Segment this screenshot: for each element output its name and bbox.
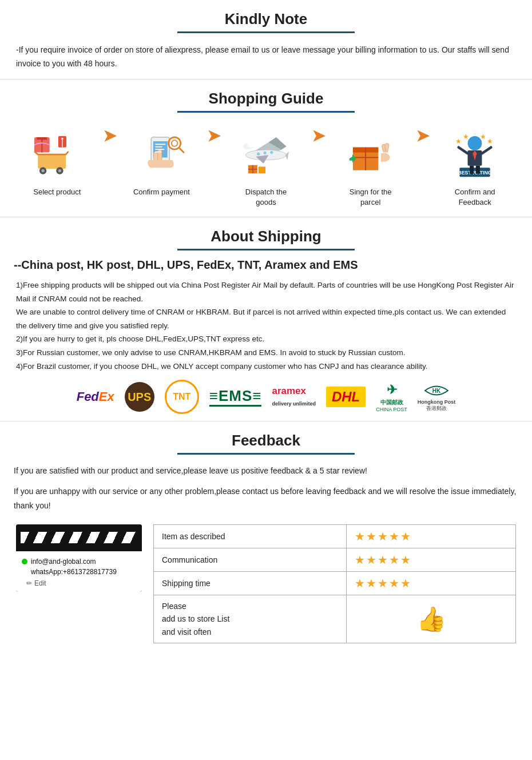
svg-rect-45 <box>470 165 474 173</box>
svg-line-37 <box>459 147 468 153</box>
svg-text:★: ★ <box>463 133 469 141</box>
feedback-text2: If you are unhappy with our service or a… <box>11 483 521 514</box>
plane-icon <box>235 126 297 184</box>
svg-text:HK: HK <box>432 388 441 394</box>
feedback-underline <box>177 453 355 455</box>
step-sign-label: Singn for theparcel <box>350 187 392 208</box>
arrow-3: ➤ <box>312 126 325 162</box>
cart-icon <box>26 126 89 184</box>
feedback-text1: If you are satisfied with our product an… <box>11 463 521 479</box>
shopping-guide-title: Shopping Guide <box>11 90 521 108</box>
rating-stars-ship: ★★★★★ <box>347 571 516 595</box>
svg-line-15 <box>180 148 184 152</box>
feedback-bottom: info@and-global.com whatsApp:+8613728817… <box>11 514 521 649</box>
clapper-email-row: info@and-global.com <box>22 558 136 566</box>
chinapost-logo: ✈ 中国邮政 CHINA POST <box>376 383 407 411</box>
svg-point-23 <box>270 150 273 153</box>
step-dispatch-label: Dispatch thegoods <box>245 187 287 208</box>
clapper-email: info@and-global.com <box>31 558 96 566</box>
feedback-section: Feedback If you are satisfied with our p… <box>0 421 532 655</box>
shipping-logos: FedEx UPS TNT ≡EMS≡ aramexdelivery unlim… <box>11 373 521 415</box>
ups-logo: UPS <box>125 383 154 411</box>
svg-point-25 <box>247 141 259 148</box>
rating-label-ship: Shipping time <box>154 571 347 595</box>
clapperboard: info@and-global.com whatsApp:+8613728817… <box>16 524 142 592</box>
kindly-note-text: -If you require invoice of order on stor… <box>11 41 521 73</box>
step-sign: Singn for theparcel <box>325 126 416 208</box>
svg-point-5 <box>41 169 44 172</box>
thumbs-up-cell: 👍 <box>347 595 516 643</box>
store-note-text: Pleaseadd us to store Listand visit ofte… <box>154 595 347 643</box>
arrow-2: ➤ <box>207 126 220 162</box>
about-shipping-section: About Shipping --China post, HK post, DH… <box>0 217 532 421</box>
svg-text:★: ★ <box>455 137 462 145</box>
step-select-label: Select product <box>33 187 81 197</box>
clapper-edit-row[interactable]: ✏ Edit <box>26 579 136 587</box>
shipping-body-text: 1)Free shipping products will be shipped… <box>11 278 521 373</box>
fedex-logo: FedEx <box>77 383 114 411</box>
tnt-logo: TNT <box>165 383 199 411</box>
rating-stars-item: ★★★★★ <box>347 524 516 548</box>
shopping-guide-steps: Select product ➤ <box>11 121 521 211</box>
about-shipping-title: About Shipping <box>11 228 521 245</box>
store-note-row: Pleaseadd us to store Listand visit ofte… <box>154 595 516 643</box>
svg-text:★: ★ <box>487 137 494 145</box>
svg-rect-27 <box>259 166 265 173</box>
rating-row-ship: Shipping time ★★★★★ <box>154 571 516 595</box>
step-select: Select product <box>11 126 103 197</box>
payment-icon <box>130 126 193 184</box>
edit-label: Edit <box>34 579 46 587</box>
ems-logo: ≡EMS≡ <box>209 383 262 411</box>
arrow-1: ➤ <box>103 126 116 162</box>
clapper-body: info@and-global.com whatsApp:+8613728817… <box>16 553 142 592</box>
rating-row-comm: Communication ★★★★★ <box>154 548 516 571</box>
rating-label-comm: Communication <box>154 548 347 571</box>
about-shipping-underline <box>177 249 355 250</box>
rating-label-item: Item as described <box>154 524 347 548</box>
svg-point-9 <box>61 137 63 140</box>
svg-rect-46 <box>476 165 480 173</box>
svg-line-38 <box>482 147 491 153</box>
step-payment: Confirm payment <box>116 126 208 197</box>
svg-point-7 <box>58 169 61 172</box>
clapper-phone: whatsApp:+8613728817739 <box>31 568 136 576</box>
arrow-4: ➤ <box>416 126 429 162</box>
svg-rect-3 <box>38 154 66 169</box>
rating-stars-comm: ★★★★★ <box>347 548 516 571</box>
online-indicator <box>22 559 27 564</box>
edit-icon: ✏ <box>26 579 32 587</box>
clapper-top <box>16 524 142 553</box>
kindly-note-title: Kindly Note <box>11 10 521 28</box>
svg-text:BEST RATING: BEST RATING <box>458 169 492 175</box>
svg-point-21 <box>257 152 260 155</box>
dhl-logo: DHL <box>326 383 366 411</box>
svg-point-14 <box>172 140 178 146</box>
svg-point-22 <box>264 151 267 154</box>
step-payment-label: Confirm payment <box>133 187 190 197</box>
hkpost-logo: HK Hongkong Post 香港郵政 <box>418 383 456 411</box>
shipping-methods-title: --China post, HK post, DHL, UPS, FedEx, … <box>11 258 521 272</box>
kindly-note-section: Kindly Note -If you require invoice of o… <box>0 0 532 79</box>
feedback-title: Feedback <box>11 432 521 449</box>
shopping-guide-underline <box>177 111 355 113</box>
shopping-guide-section: Shopping Guide <box>0 79 532 217</box>
clapper-stripe <box>21 532 137 543</box>
parcel-icon <box>339 126 402 184</box>
step-dispatch: Dispatch thegoods <box>220 126 312 208</box>
aramex-logo: aramexdelivery unlimited <box>272 383 316 411</box>
rating-row-item: Item as described ★★★★★ <box>154 524 516 548</box>
rating-icon: ★ ★ ★ ★ BEST RATING <box>443 126 506 184</box>
svg-text:★: ★ <box>480 133 486 141</box>
thumbs-up-emoji: 👍 <box>355 605 507 633</box>
rating-table: Item as described ★★★★★ Communication ★★… <box>153 524 516 643</box>
svg-text:✈: ✈ <box>387 383 398 397</box>
step-confirm: ★ ★ ★ ★ BEST RATING Confirm andFeedback <box>429 126 521 208</box>
step-confirm-label: Confirm andFeedback <box>455 187 495 208</box>
kindly-note-underline <box>177 31 355 33</box>
